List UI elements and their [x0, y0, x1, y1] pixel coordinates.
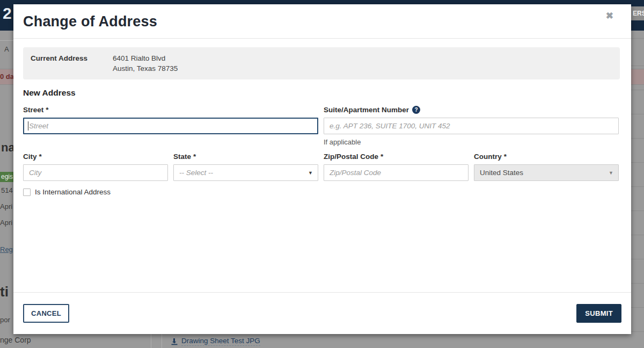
current-address-line2: Austin, Texas 78735 [113, 63, 178, 74]
required-asterisk: * [39, 153, 42, 161]
new-address-section-title: New Address [23, 88, 621, 98]
attachment-link-drawing-sheet: Drawing Sheet Test JPG [171, 337, 260, 346]
country-select[interactable]: United States ▼ [474, 164, 619, 181]
submit-button[interactable]: SUBMIT [576, 304, 621, 323]
city-input[interactable] [23, 164, 168, 181]
app-logo: 2 [3, 4, 12, 23]
suite-hint: If applicable [324, 138, 619, 146]
required-asterisk: * [46, 106, 48, 114]
country-select-value: United States [480, 169, 523, 177]
state-select-value: -- Select -- [179, 169, 213, 177]
attachment-link-label: Drawing Sheet Test JPG [181, 337, 260, 346]
street-input[interactable] [23, 118, 318, 134]
background-text-fragment: A [4, 45, 9, 53]
background-date-fragment: Apri [0, 202, 12, 211]
international-address-label: Is International Address [35, 188, 111, 196]
street-input-wrap [23, 118, 318, 134]
chevron-down-icon: ▼ [308, 165, 313, 181]
nav-item-users-fragment: ERS [631, 6, 644, 20]
international-address-row: Is International Address [23, 188, 621, 196]
chevron-down-icon: ▼ [609, 165, 613, 181]
form-row-street-suite: Street* Suite/Apartment Number ? If appl… [23, 106, 621, 146]
text-caret [28, 121, 28, 130]
divider [0, 40, 13, 41]
state-label: State* [173, 153, 318, 161]
background-alert-bar: 0 da [0, 69, 13, 85]
city-label: City* [23, 153, 168, 161]
required-asterisk: * [380, 153, 383, 161]
cancel-button[interactable]: CANCEL [23, 304, 69, 323]
suite-label: Suite/Apartment Number ? [324, 106, 619, 114]
form-row-city-state-zip-country: City* State* -- Select -- ▼ Zip/Postal C… [23, 153, 621, 181]
city-field-group: City* [23, 153, 168, 181]
divider [162, 334, 162, 348]
background-date-fragment: Apri [0, 219, 12, 227]
current-address-value: 6401 Rialto Blvd Austin, Texas 78735 [113, 53, 178, 74]
dialog-footer: CANCEL SUBMIT [13, 292, 631, 334]
background-text-fragment: nge Corp [0, 336, 31, 344]
country-field-group: Country* United States ▼ [474, 153, 619, 181]
current-address-label: Current Address [31, 53, 113, 74]
background-link-fragment: Reg [0, 245, 13, 253]
required-asterisk: * [504, 153, 507, 161]
dialog-header: Change of Address ✖ [13, 4, 631, 39]
background-text-fragment: por [0, 316, 10, 324]
background-page-bottom-strip [13, 334, 644, 348]
dialog-body: Current Address 6401 Rialto Blvd Austin,… [13, 39, 631, 292]
state-field-group: State* -- Select -- ▼ [173, 153, 318, 181]
change-of-address-dialog: Change of Address ✖ Current Address 6401… [13, 4, 631, 334]
current-address-line1: 6401 Rialto Blvd [113, 53, 178, 63]
suite-input[interactable] [324, 118, 619, 134]
international-address-checkbox[interactable] [23, 189, 31, 196]
zip-input[interactable] [324, 164, 469, 181]
dialog-title: Change of Address [23, 13, 621, 30]
suite-field-group: Suite/Apartment Number ? If applicable [324, 106, 619, 146]
zip-label: Zip/Postal Code* [324, 153, 469, 161]
help-icon[interactable]: ? [412, 106, 420, 114]
divider [151, 334, 151, 348]
state-select[interactable]: -- Select -- ▼ [173, 164, 318, 181]
background-alert-bar-right [631, 69, 644, 85]
country-label: Country* [474, 153, 619, 161]
street-label: Street* [23, 106, 318, 114]
zip-field-group: Zip/Postal Code* [324, 153, 469, 181]
current-address-panel: Current Address 6401 Rialto Blvd Austin,… [23, 47, 620, 79]
background-text-fragment: 514 [1, 186, 13, 194]
street-field-group: Street* [23, 106, 318, 146]
status-badge-registered-fragment: egis [0, 172, 14, 182]
background-heading-fragment: na [1, 141, 15, 155]
background-heading-fragment: ti [0, 284, 9, 300]
download-icon [171, 338, 178, 345]
required-asterisk: * [193, 153, 196, 161]
close-icon[interactable]: ✖ [606, 10, 613, 22]
